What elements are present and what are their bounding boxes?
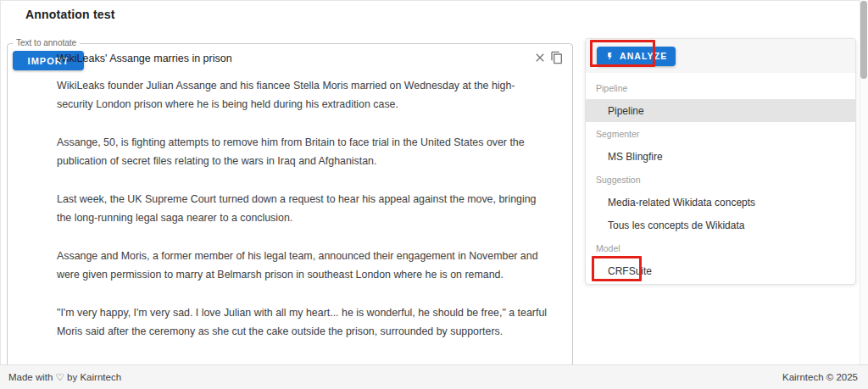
pipeline-component-list: Pipeline Pipeline Segmenter MS Blingfire…: [586, 73, 855, 282]
footer-made-with: Made with ♡ by Kairntech: [8, 371, 121, 383]
footer: Made with ♡ by Kairntech Kairntech © 202…: [0, 364, 868, 389]
sidebar-item-ms-blingfire[interactable]: MS Blingfire: [586, 145, 855, 168]
section-label-pipeline: Pipeline: [586, 76, 855, 99]
panel-legend: Text to annotate: [13, 38, 80, 47]
paragraph: Assange, 50, is fighting attempts to rem…: [57, 133, 548, 170]
section-label-model: Model: [586, 236, 855, 259]
close-icon[interactable]: [533, 51, 547, 64]
card-header: ANALYZE: [586, 39, 855, 73]
section-label-segmenter: Segmenter: [586, 122, 855, 145]
analyze-button-label: ANALYZE: [620, 51, 667, 61]
sidebar-item-media-wikidata[interactable]: Media-related Wikidata concepts: [586, 191, 855, 214]
section-label-suggestion: Suggestion: [586, 168, 855, 191]
paragraph: Last week, the UK Supreme Court turned d…: [57, 190, 548, 227]
text-to-annotate-panel: Text to annotate IMPORT WikiLeaks' Assan…: [7, 43, 573, 389]
pipeline-settings-card: ANALYZE Pipeline Pipeline Segmenter MS B…: [585, 38, 856, 285]
analyze-button[interactable]: ANALYZE: [597, 47, 676, 66]
annotation-app: Annotation test Text to annotate IMPORT …: [0, 0, 868, 389]
document-text: WikiLeaks founder Julian Assange and his…: [57, 76, 548, 389]
paragraph: WikiLeaks founder Julian Assange and his…: [57, 76, 548, 114]
paragraph: Assange and Moris, a former member of hi…: [57, 247, 548, 284]
sidebar-item-tous-wikidata[interactable]: Tous les concepts de Wikidata: [586, 214, 855, 236]
page-title: Annotation test: [25, 8, 115, 21]
copy-icon[interactable]: [550, 51, 564, 64]
footer-copyright: Kairntech © 2025: [782, 372, 858, 382]
flash-bolt-icon: [605, 52, 615, 61]
paragraph: "I'm very happy, I'm very sad. I love Ju…: [57, 303, 548, 341]
sidebar-item-crfsuite[interactable]: CRFSuite: [586, 259, 855, 282]
vertical-scrollbar-thumb[interactable]: [860, 1, 867, 79]
document-title: WikiLeaks' Assange marries in prison: [57, 53, 232, 64]
sidebar-item-pipeline[interactable]: Pipeline: [586, 99, 855, 122]
vertical-scrollbar-track[interactable]: [860, 0, 868, 364]
